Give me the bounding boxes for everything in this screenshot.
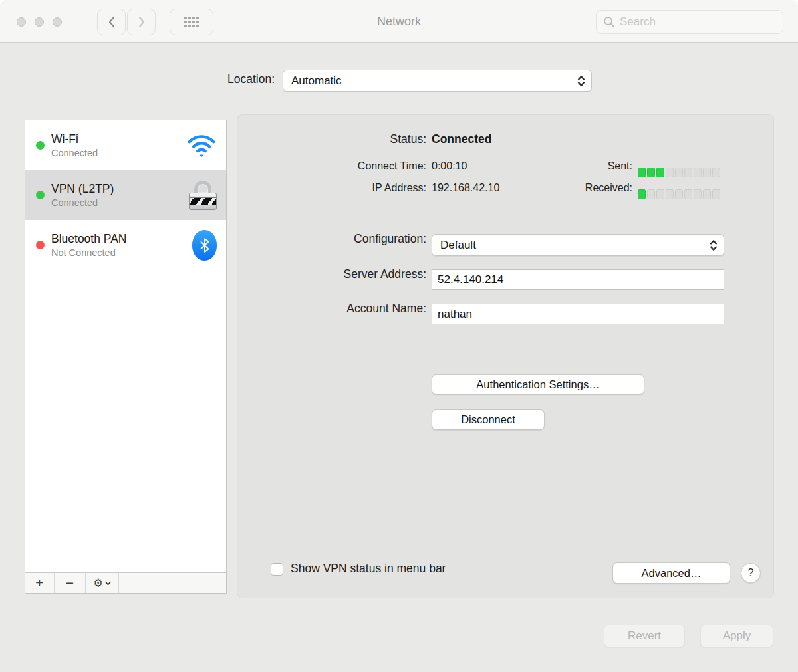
service-list-sidebar: Wi-Fi Connected VPN (L2TP) Connected <box>25 120 227 594</box>
gauge-segment <box>675 168 683 177</box>
location-select[interactable]: Automatic <box>283 70 592 92</box>
server-address-field[interactable] <box>432 269 724 290</box>
gauge-segment <box>675 189 683 199</box>
status-dot-disconnected <box>36 241 45 249</box>
status-dot-connected <box>36 141 45 150</box>
chevron-up-down-icon <box>577 74 586 88</box>
gauge-segment <box>694 189 702 199</box>
gauge-segment <box>712 189 720 199</box>
location-value: Automatic <box>291 74 577 88</box>
service-name: Wi-Fi <box>51 132 186 146</box>
wifi-icon <box>186 133 217 158</box>
status-dot-connected <box>36 191 45 199</box>
ip-address-value: 192.168.42.10 <box>432 182 499 194</box>
service-name: VPN (L2TP) <box>51 182 189 196</box>
titlebar: Network <box>0 0 798 43</box>
show-vpn-status-label: Show VPN status in menu bar <box>291 562 446 576</box>
gauge-segment <box>703 168 711 177</box>
search-field[interactable] <box>596 10 783 34</box>
search-input[interactable] <box>620 15 776 29</box>
account-name-field[interactable] <box>432 304 724 324</box>
received-label: Received: <box>530 182 632 194</box>
sidebar-toolbar: + − ⚙ <box>25 572 226 593</box>
server-address-label: Server Address: <box>237 267 426 281</box>
gauge-segment <box>638 189 646 199</box>
sidebar-item-wifi[interactable]: Wi-Fi Connected <box>25 120 226 170</box>
vpn-detail-panel: Status: Connected Connect Time: 0:00:10 … <box>237 114 774 598</box>
gauge-segment <box>712 168 720 177</box>
network-preferences-window: Network Location: Automatic Wi-Fi Connec… <box>0 0 798 672</box>
help-button[interactable]: ? <box>741 563 761 583</box>
chevron-down-icon <box>105 581 111 586</box>
location-row: Location: Automatic <box>0 70 798 92</box>
disconnect-button[interactable]: Disconnect <box>432 409 545 430</box>
remove-service-button[interactable]: − <box>55 573 86 593</box>
gauge-segment <box>703 189 711 199</box>
location-label: Location: <box>227 72 275 86</box>
sent-label: Sent: <box>530 160 632 172</box>
gauge-segment <box>694 168 702 177</box>
received-gauge <box>638 189 720 199</box>
status-value: Connected <box>432 132 491 146</box>
gauge-segment <box>656 168 664 177</box>
gauge-segment <box>666 168 674 177</box>
configuration-select[interactable]: Default <box>432 234 724 256</box>
gauge-segment <box>647 168 655 177</box>
service-status: Not Connected <box>51 247 192 258</box>
sidebar-item-bluetooth-pan[interactable]: Bluetooth PAN Not Connected <box>25 220 226 270</box>
ip-address-label: IP Address: <box>237 182 426 194</box>
connect-time-label: Connect Time: <box>237 160 426 172</box>
gauge-segment <box>666 189 674 199</box>
gauge-segment <box>638 168 646 177</box>
gear-icon: ⚙ <box>93 578 103 589</box>
add-service-button[interactable]: + <box>25 573 55 593</box>
chevron-up-down-icon <box>709 239 718 252</box>
sidebar-item-vpn[interactable]: VPN (L2TP) Connected <box>25 170 226 220</box>
sent-gauge <box>638 168 720 177</box>
gauge-segment <box>684 189 692 199</box>
revert-button[interactable]: Revert <box>604 625 685 647</box>
gauge-segment <box>656 189 664 199</box>
apply-button[interactable]: Apply <box>700 625 773 647</box>
show-vpn-status-checkbox[interactable] <box>271 563 283 576</box>
action-menu-button[interactable]: ⚙ <box>86 573 119 593</box>
service-status: Connected <box>51 197 189 208</box>
gauge-segment <box>647 189 655 199</box>
account-name-label: Account Name: <box>237 302 426 316</box>
authentication-settings-button[interactable]: Authentication Settings… <box>432 374 644 395</box>
status-label: Status: <box>237 132 426 146</box>
advanced-button[interactable]: Advanced… <box>612 562 730 584</box>
configuration-value: Default <box>440 239 709 252</box>
gauge-segment <box>684 168 692 177</box>
service-status: Connected <box>51 148 186 158</box>
service-name: Bluetooth PAN <box>51 232 192 246</box>
vpn-lock-icon <box>189 181 217 210</box>
bluetooth-icon <box>192 230 217 261</box>
configuration-label: Configuration: <box>237 232 426 246</box>
search-icon <box>603 16 615 28</box>
connect-time-value: 0:00:10 <box>432 160 467 172</box>
